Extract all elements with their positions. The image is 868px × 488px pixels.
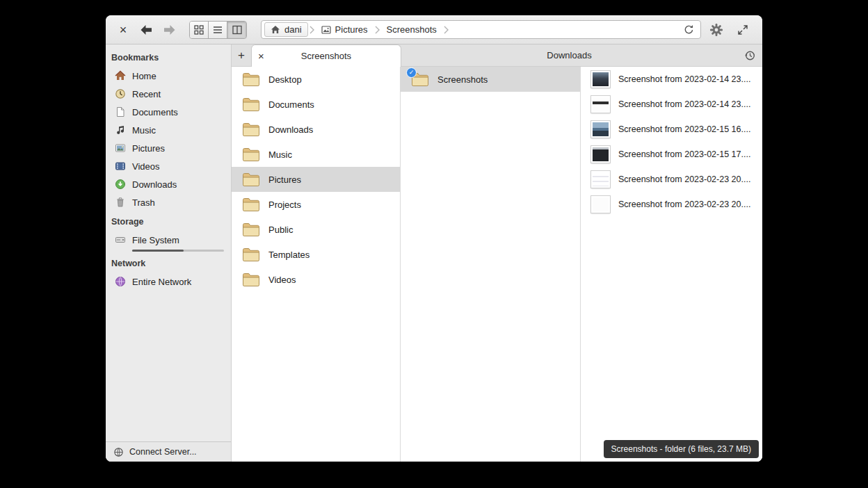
trash-icon bbox=[115, 197, 126, 208]
file-thumbnail bbox=[591, 196, 610, 213]
breadcrumb-label: Pictures bbox=[335, 24, 368, 35]
file-row[interactable]: Screenshot from 2023-02-15 17.... bbox=[581, 142, 762, 167]
sidebar-item-videos[interactable]: Videos bbox=[106, 157, 231, 175]
folder-label: Projects bbox=[268, 200, 301, 210]
sidebar-item-label: Music bbox=[132, 125, 156, 136]
sidebar-item-entire-network[interactable]: Entire Network bbox=[106, 273, 231, 291]
list-view-button[interactable] bbox=[209, 22, 227, 38]
folder-label: Music bbox=[268, 149, 292, 160]
folder-icon bbox=[242, 273, 260, 287]
forward-button[interactable] bbox=[160, 21, 179, 39]
folder-row[interactable]: Documents bbox=[232, 92, 400, 117]
home-icon bbox=[115, 70, 126, 81]
sidebar-item-home[interactable]: Home bbox=[106, 67, 231, 85]
folder-icon bbox=[242, 247, 260, 262]
file-row[interactable]: Screenshot from 2023-02-23 20.... bbox=[581, 192, 762, 217]
home-icon bbox=[271, 25, 280, 34]
grid-view-icon bbox=[194, 25, 204, 35]
breadcrumb-pictures[interactable]: Pictures bbox=[316, 23, 373, 36]
file-row[interactable]: Screenshot from 2023-02-14 23.... bbox=[581, 67, 762, 92]
sidebar-list: Bookmarks Home Recent Documents Music bbox=[106, 44, 231, 441]
sidebar-item-label: Documents bbox=[132, 107, 178, 117]
refresh-button[interactable] bbox=[680, 22, 698, 38]
sidebar-item-label: Entire Network bbox=[132, 277, 191, 287]
subfolder-row-screenshots[interactable]: ✓ Screenshots bbox=[401, 67, 580, 92]
places-column: Desktop Documents bbox=[232, 67, 401, 462]
file-label: Screenshot from 2023-02-15 16.... bbox=[618, 124, 750, 134]
folder-row[interactable]: Templates bbox=[232, 242, 400, 267]
file-row[interactable]: Screenshot from 2023-02-23 20.... bbox=[581, 167, 762, 192]
folder-row[interactable]: Projects bbox=[232, 192, 400, 217]
file-row[interactable]: Screenshot from 2023-02-14 23.... bbox=[581, 92, 762, 117]
folder-row[interactable]: Pictures bbox=[232, 167, 400, 192]
sidebar-item-label: File System bbox=[132, 235, 179, 245]
tab-close-icon[interactable]: × bbox=[258, 51, 273, 61]
file-label: Screenshot from 2023-02-15 17.... bbox=[618, 149, 750, 159]
hard-drive-icon bbox=[115, 234, 126, 245]
document-icon bbox=[115, 106, 126, 117]
folder-row[interactable]: Desktop bbox=[232, 67, 400, 92]
chevron-right-icon bbox=[374, 26, 380, 34]
folder-icon bbox=[242, 147, 260, 162]
network-globe-icon bbox=[115, 276, 126, 287]
refresh-icon bbox=[684, 24, 694, 35]
breadcrumb: dani Pictures Screenshots bbox=[261, 20, 701, 39]
list-view-icon bbox=[213, 25, 223, 35]
folder-row[interactable]: Videos bbox=[232, 267, 400, 292]
file-thumbnail bbox=[591, 121, 610, 138]
expand-icon bbox=[737, 24, 748, 35]
section-bookmarks: Bookmarks bbox=[106, 47, 231, 67]
sidebar-item-file-system[interactable]: File System bbox=[106, 231, 231, 249]
sidebar-item-music[interactable]: Music bbox=[106, 121, 231, 139]
disk-usage-bar bbox=[132, 250, 224, 252]
folder-row[interactable]: Public bbox=[232, 217, 400, 242]
breadcrumb-screenshots[interactable]: Screenshots bbox=[381, 23, 442, 36]
forward-arrow-icon bbox=[163, 24, 176, 35]
connect-server-button[interactable]: Connect Server... bbox=[106, 441, 231, 462]
file-manager-window: × dani Pictures bbox=[106, 15, 762, 462]
folder-label: Documents bbox=[268, 99, 314, 110]
back-button[interactable] bbox=[136, 21, 156, 39]
disk-usage-fill bbox=[132, 250, 184, 252]
tab-downloads[interactable]: Downloads bbox=[401, 44, 737, 66]
download-icon bbox=[115, 179, 126, 190]
folder-label: Templates bbox=[268, 250, 310, 260]
file-label: Screenshot from 2023-02-14 23.... bbox=[618, 99, 750, 109]
folder-icon bbox=[242, 97, 260, 112]
grid-view-button[interactable] bbox=[190, 22, 209, 38]
tab-label: Downloads bbox=[547, 50, 591, 60]
sidebar-item-documents[interactable]: Documents bbox=[106, 103, 231, 121]
breadcrumb-label: Screenshots bbox=[387, 24, 437, 35]
gear-icon bbox=[709, 23, 723, 37]
folder-label: Downloads bbox=[268, 124, 313, 135]
history-button[interactable] bbox=[737, 44, 762, 66]
sidebar-item-recent[interactable]: Recent bbox=[106, 85, 231, 103]
folder-row[interactable]: Music bbox=[232, 142, 400, 167]
column-view-button[interactable] bbox=[227, 22, 246, 38]
file-label: Screenshot from 2023-02-23 20.... bbox=[618, 200, 750, 209]
sidebar-item-label: Videos bbox=[132, 161, 160, 172]
file-thumbnail bbox=[591, 171, 610, 188]
folder-label: Videos bbox=[268, 275, 296, 285]
window-body: Bookmarks Home Recent Documents Music bbox=[106, 44, 762, 462]
tab-screenshots[interactable]: × Screenshots bbox=[251, 44, 401, 67]
file-row[interactable]: Screenshot from 2023-02-15 16.... bbox=[581, 117, 762, 142]
file-thumbnail bbox=[591, 146, 610, 163]
toolbar: × dani Pictures bbox=[106, 15, 762, 44]
sidebar-item-label: Home bbox=[132, 71, 156, 81]
folder-label: Public bbox=[268, 225, 293, 235]
sidebar-item-downloads[interactable]: Downloads bbox=[106, 175, 231, 193]
settings-button[interactable] bbox=[705, 20, 728, 40]
folder-row[interactable]: Downloads bbox=[232, 117, 400, 142]
window-close-button[interactable]: × bbox=[114, 24, 132, 36]
new-tab-button[interactable]: + bbox=[232, 44, 251, 66]
status-tooltip: Screenshots - folder (6 files, 23.7 MB) bbox=[604, 440, 759, 458]
folder-icon: ✓ bbox=[411, 72, 429, 87]
connect-server-icon bbox=[113, 447, 124, 457]
breadcrumb-home[interactable]: dani bbox=[264, 22, 308, 37]
fullscreen-button[interactable] bbox=[732, 20, 754, 40]
sidebar-item-label: Recent bbox=[132, 89, 161, 99]
sidebar-item-pictures[interactable]: Pictures bbox=[106, 139, 231, 157]
folder-icon bbox=[242, 172, 260, 187]
sidebar-item-trash[interactable]: Trash bbox=[106, 193, 231, 211]
